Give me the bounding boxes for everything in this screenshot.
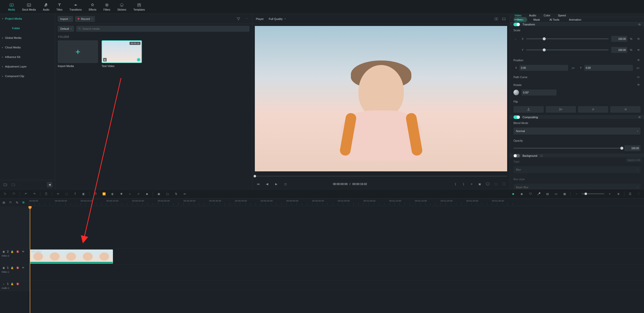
bg-type-select[interactable]: Blur▾ [513, 166, 640, 173]
nav-tab-media[interactable]: Media [5, 1, 18, 13]
track-media-icon[interactable]: ▣ [2, 266, 6, 270]
background-toggle[interactable] [513, 154, 520, 158]
pathcurve-button[interactable]: ▭ [636, 75, 640, 79]
delete-icon[interactable] [43, 191, 49, 197]
scale-x-slider[interactable] [526, 38, 609, 39]
scale-x-value[interactable]: 100.00 [611, 36, 627, 42]
ungroup-icon[interactable]: ▢ [164, 191, 171, 197]
zoom-slider[interactable] [582, 193, 604, 194]
inspector-subtab-mask[interactable]: Mask [530, 17, 543, 22]
opacity-slider[interactable] [513, 148, 622, 149]
link-icon[interactable]: ⇔ [181, 191, 188, 197]
compare-view-icon[interactable] [494, 17, 499, 21]
rotate-ccw-button[interactable]: ⟲ [610, 106, 640, 113]
media-search[interactable] [76, 26, 250, 32]
more-icon[interactable]: ⋯ [243, 16, 250, 22]
media-clip-tile[interactable]: 00:00:16 ▣ ✓ Test Video [102, 40, 142, 68]
toggle-visibility-icon[interactable]: ◉ [518, 191, 525, 197]
redo-icon[interactable]: ↷ [31, 191, 38, 197]
freeze-icon[interactable]: ✱ [118, 191, 125, 197]
sidebar-item-project-media[interactable]: ▾Project Media [0, 14, 55, 23]
info-icon[interactable] [540, 154, 543, 157]
timeline-clip[interactable]: Test Video [30, 249, 113, 264]
blur-style-select[interactable]: Basic Blur▾ [513, 184, 640, 189]
sort-dropdown[interactable]: Default▾ [58, 26, 74, 32]
step-back-icon[interactable]: ◀| [265, 182, 269, 186]
flip-vertical-button[interactable] [546, 106, 576, 113]
undo-icon[interactable]: ↶ [22, 191, 29, 197]
track-media-icon[interactable]: ▣ [2, 249, 6, 254]
bracket-open-icon[interactable]: { [453, 182, 458, 186]
position-y-input[interactable] [584, 65, 633, 71]
inspector-tab-speed[interactable]: Speed [558, 14, 566, 17]
speed-slow-icon[interactable]: ⏱ [92, 191, 99, 197]
magnet-icon[interactable]: ⊓ [8, 200, 13, 205]
record-button[interactable]: Record▾ [75, 16, 95, 22]
sidebar-item-cloud-media[interactable]: ▸Cloud Media [0, 43, 55, 52]
shield-icon[interactable]: 🛡 [527, 191, 534, 197]
track-hide-icon[interactable]: 👁 [21, 266, 25, 270]
nav-tab-effects[interactable]: Effects [85, 1, 100, 13]
select-tool-icon[interactable] [2, 191, 9, 197]
position-reset-icon[interactable]: ⟲ [636, 58, 640, 62]
position-x-input[interactable] [519, 65, 568, 71]
preview-canvas[interactable] [255, 26, 507, 171]
fullscreen-icon[interactable]: ⛶ [502, 182, 506, 186]
rotate-cw-button[interactable]: ⟳ [578, 106, 608, 113]
flip-horizontal-button[interactable] [513, 106, 544, 113]
nav-tab-stock[interactable]: Stock Media [18, 1, 39, 13]
track-mute-icon[interactable]: 🔇 [16, 266, 20, 270]
compositing-toggle[interactable] [513, 115, 520, 119]
sidebar-item-compound-clip[interactable]: ▸Compound Clip [0, 71, 55, 81]
rotate-reset-icon[interactable]: ⟲ [636, 83, 640, 86]
marker-icon[interactable]: ⟐ [127, 191, 133, 197]
marker-list-icon[interactable]: ≡ [469, 182, 474, 186]
zoom-fit-icon[interactable]: ⊕ [615, 191, 622, 197]
track-lock-icon[interactable]: 🔒 [10, 282, 14, 286]
split-icon[interactable]: ✂ [55, 191, 61, 197]
scale-link-icon[interactable]: ⟓ [513, 35, 517, 43]
scale-x-reset-icon[interactable]: ⟲ [636, 37, 640, 41]
speed-fast-icon[interactable]: ⏩ [101, 191, 107, 197]
expand-icon[interactable]: ⤢ [135, 191, 142, 197]
link-tracks-icon[interactable]: ⇆ [15, 200, 19, 205]
export-folder-icon[interactable] [3, 182, 8, 187]
compositing-reset-icon[interactable]: ⟲ [638, 116, 640, 119]
sidebar-item-folder[interactable]: Folder [0, 23, 55, 33]
inspector-tab-video[interactable]: Video [514, 14, 522, 17]
picture-icon[interactable] [502, 17, 506, 21]
rotate-dial[interactable] [513, 90, 519, 95]
clip-icon[interactable]: ▦ [561, 191, 568, 197]
track-settings-icon[interactable]: ⋮ [635, 191, 642, 197]
crop-icon[interactable]: ⬚ [63, 191, 70, 197]
import-button[interactable]: Import▾ [58, 16, 73, 22]
rotate-input[interactable] [522, 89, 557, 96]
track-list-icon[interactable]: ☰ [627, 191, 633, 197]
render-icon[interactable]: ▤ [544, 191, 551, 197]
quality-dropdown[interactable]: Full Quality▾ [269, 17, 286, 20]
mask-icon[interactable]: ◧ [80, 191, 87, 197]
group-icon[interactable]: ▣ [156, 191, 162, 197]
keyframe-icon[interactable]: ◆ [144, 191, 150, 197]
scale-y-value[interactable]: 100.00 [611, 47, 627, 53]
filter-icon[interactable] [235, 16, 241, 22]
apply-to-all-button[interactable]: Apply to All [626, 158, 642, 162]
nav-tab-templates[interactable]: Templates [130, 1, 148, 13]
track-lock-icon[interactable]: 🔒 [10, 249, 14, 254]
track-mute-icon[interactable]: 🔇 [16, 249, 20, 254]
text-icon[interactable]: T [72, 191, 78, 197]
blendmode-select[interactable]: Normal▾ [513, 128, 640, 135]
monitor-icon[interactable] [485, 182, 490, 186]
import-media-tile[interactable]: + Import Media [58, 40, 98, 68]
detach-icon[interactable]: ⇅ [173, 191, 179, 197]
sidebar-item-adjustment-layer[interactable]: ▸Adjustment Layer [0, 62, 55, 71]
inspector-subtab-animation[interactable]: Animation [565, 17, 585, 22]
playhead[interactable] [30, 206, 30, 313]
bracket-close-icon[interactable]: } [461, 182, 466, 186]
subtitle-icon[interactable]: ▭ [553, 191, 559, 197]
opacity-value[interactable]: 100.00 [624, 145, 640, 151]
snapshot-icon[interactable]: ▣ [477, 182, 482, 186]
nav-tab-filters[interactable]: Filters [100, 1, 114, 13]
inspector-subtab-ai-tools[interactable]: AI Tools [546, 17, 563, 22]
search-input[interactable] [83, 27, 248, 30]
